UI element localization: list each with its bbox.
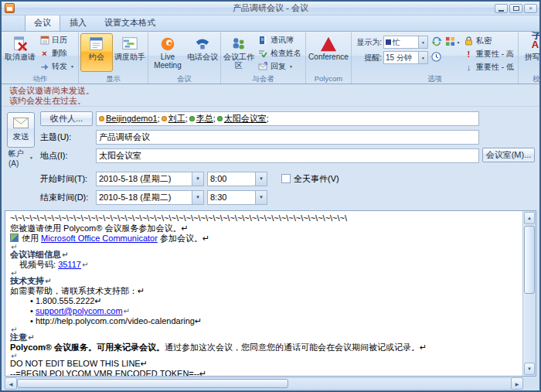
close-button[interactable]: × <box>524 4 537 13</box>
time-zones-button[interactable] <box>430 51 444 64</box>
scroll-down-button[interactable]: ▼ <box>524 363 535 375</box>
appointment-button[interactable]: 约会 <box>80 33 113 72</box>
chevron-down-icon[interactable]: ▼ <box>255 191 267 204</box>
group-label-options: 选项 <box>353 73 516 84</box>
horizontal-scroll-thumb[interactable] <box>17 379 288 388</box>
ribbon-group-polycom: Conference Polycom <box>306 32 352 84</box>
recipient-chip[interactable]: 李总 ; <box>189 113 216 124</box>
start-time-label: 开始时间(T): <box>40 173 93 185</box>
communicator-link[interactable]: Microsoft Office Communicator <box>41 233 158 243</box>
presence-icon <box>162 116 167 121</box>
ribbon-group-actions: 取消邀请 日历 × 删除 转发 ▼ <box>2 32 79 84</box>
reminder-label: 提醒: <box>353 53 382 63</box>
ribbon: 取消邀请 日历 × 删除 转发 ▼ <box>2 32 539 84</box>
spelling-icon: 字A✓ <box>532 36 539 53</box>
forward-icon <box>39 62 49 72</box>
recipient-separator: ; <box>213 114 216 123</box>
bullet-icon: • <box>30 316 33 326</box>
scroll-up-button[interactable]: ▲ <box>524 212 535 224</box>
scroll-left-button[interactable]: ◀ <box>5 377 17 390</box>
message-body[interactable]: ~\~\~\~\~\~\~\~\~\~\~\~\~\~\~\~\~\~\~\~\… <box>5 211 522 376</box>
linebreak-mark: ↵ <box>45 277 51 285</box>
tab-meeting[interactable]: 会议 <box>25 14 60 31</box>
spelling-button[interactable]: 字A✓ 拼写检查 ▼ <box>520 33 539 72</box>
polycom-conference-button[interactable]: Conference <box>308 33 349 72</box>
subject-input[interactable] <box>96 130 479 145</box>
bullet-icon: • <box>30 306 33 315</box>
reminder-select[interactable]: 15 分钟 ▼ <box>383 51 428 64</box>
vertical-scroll-track[interactable] <box>523 295 536 362</box>
message-body-area: ~\~\~\~\~\~\~\~\~\~\~\~\~\~\~\~\~\~\~\~\… <box>5 210 536 377</box>
start-time-select[interactable]: 8:00 ▼ <box>207 172 267 186</box>
support-email-link[interactable]: support@polycom.com <box>36 306 123 315</box>
end-date-select[interactable]: 2010-5-18 (星期二) ▼ <box>96 190 204 205</box>
recipients-field[interactable]: Beijingdemo1 ; 刘工 ; 李总 ; <box>96 111 479 126</box>
calendar-button[interactable]: 日历 <box>37 34 77 46</box>
ribbon-group-show: 约会 调度助手 显示 <box>79 32 148 84</box>
group-label-polycom: Polycom <box>308 73 349 84</box>
cancel-invitation-icon <box>12 36 29 53</box>
all-day-checkbox[interactable] <box>281 174 291 183</box>
location-label: 地点(I): <box>40 150 93 162</box>
linebreak-mark: ↵ <box>11 326 17 332</box>
account-button[interactable]: 帐户(A) ▼ <box>6 152 36 164</box>
check-names-button[interactable]: 检查姓名 <box>256 47 304 60</box>
maximize-button[interactable] <box>509 4 522 13</box>
tab-insert[interactable]: 插入 <box>61 15 95 31</box>
ribbon-tab-strip: 会议 插入 设置文本格式 <box>2 15 539 32</box>
ribbon-group-options: 显示为: 忙 ▼ 提醒: 15 分钟 ▼ <box>352 32 519 84</box>
notice-line: Polycom® 会议服务。可用来记录会议。通过参加这次会议，您同意您的通话可能… <box>10 343 518 353</box>
details-heading: 会议详细信息↵ <box>10 250 518 260</box>
chevron-down-icon[interactable]: ▼ <box>255 172 267 186</box>
chevron-down-icon[interactable]: ▼ <box>192 191 203 204</box>
scheduling-assistant-button[interactable]: 调度助手 <box>114 33 146 72</box>
responses-icon <box>258 62 268 72</box>
low-importance-button[interactable]: ↓ 重要性 - 低 <box>461 61 516 73</box>
info-bar: 该会议邀请尚未发送。 该约会发生在过去。 <box>2 84 539 107</box>
start-date-select[interactable]: 2010-5-18 (星期二) ▼ <box>96 172 204 186</box>
start-time-row: 开始时间(T): 2010-5-18 (星期二) ▼ 8:00 ▼ 全天事件(V… <box>40 171 535 186</box>
high-importance-icon: ! <box>464 49 474 60</box>
chevron-down-icon[interactable]: ▼ <box>192 172 203 186</box>
horizontal-scroll-track[interactable] <box>17 377 511 390</box>
cancel-invitation-button[interactable]: 取消邀请 <box>4 33 36 72</box>
recipient-chip[interactable]: Beijingdemo1 ; <box>99 114 160 123</box>
video-number-link[interactable]: 35117 <box>58 260 81 269</box>
recurrence-button[interactable] <box>430 36 444 49</box>
live-meeting-button[interactable]: Live Meeting <box>150 33 185 72</box>
location-row: 地点(I): 会议室(M)... <box>40 148 535 163</box>
to-button[interactable]: 收件人... <box>40 111 93 126</box>
meeting-workspace-icon <box>230 36 247 53</box>
address-book-icon <box>258 36 268 46</box>
address-book-button[interactable]: 通讯簿 <box>256 34 304 46</box>
rooms-button[interactable]: 会议室(M)... <box>482 148 535 162</box>
private-button[interactable]: 私密 <box>461 35 516 47</box>
communicator-line: 使用 Microsoft Office Communicator 参加会议。↵ <box>10 233 518 244</box>
chevron-down-icon[interactable]: ▼ <box>418 52 427 63</box>
low-importance-icon: ↓ <box>464 63 474 73</box>
horizontal-scrollbar[interactable]: ◀ ▶ <box>5 377 536 390</box>
vertical-scroll-thumb[interactable] <box>524 226 535 294</box>
categorize-button[interactable]: ▼ <box>446 36 460 49</box>
linebreak-mark: ↵ <box>124 307 130 315</box>
high-importance-button[interactable]: ! 重要性 - 高 <box>461 48 516 60</box>
ribbon-group-proofing: 字A✓ 拼写检查 ▼ 校对 <box>519 32 539 84</box>
end-time-select[interactable]: 8:30 ▼ <box>207 190 267 205</box>
show-as-select[interactable]: 忙 ▼ <box>383 36 428 49</box>
chevron-down-icon: ▼ <box>456 40 460 45</box>
scroll-right-button[interactable]: ▶ <box>511 377 523 390</box>
responses-button[interactable]: 回复 ▼ <box>256 60 304 73</box>
meeting-workspace-button[interactable]: 会议工作区 <box>223 33 255 72</box>
location-input[interactable] <box>96 148 479 163</box>
minimize-button[interactable] <box>495 4 508 13</box>
send-button[interactable]: 发送 <box>7 112 35 148</box>
chevron-down-icon[interactable]: ▼ <box>418 36 427 48</box>
conference-call-button[interactable]: 电话会议 <box>186 33 219 72</box>
ribbon-group-conferencing: Live Meeting 电话会议 会议 <box>148 32 221 84</box>
vertical-scrollbar[interactable]: ▲ ▼ <box>522 211 536 376</box>
recipient-chip[interactable]: 刘工 ; <box>162 113 188 124</box>
delete-button[interactable]: × 删除 <box>37 47 77 60</box>
forward-button[interactable]: 转发 ▼ <box>37 60 77 73</box>
tab-format-text[interactable]: 设置文本格式 <box>96 15 164 31</box>
recipient-chip[interactable]: 太阳会议室 ; <box>217 113 269 124</box>
